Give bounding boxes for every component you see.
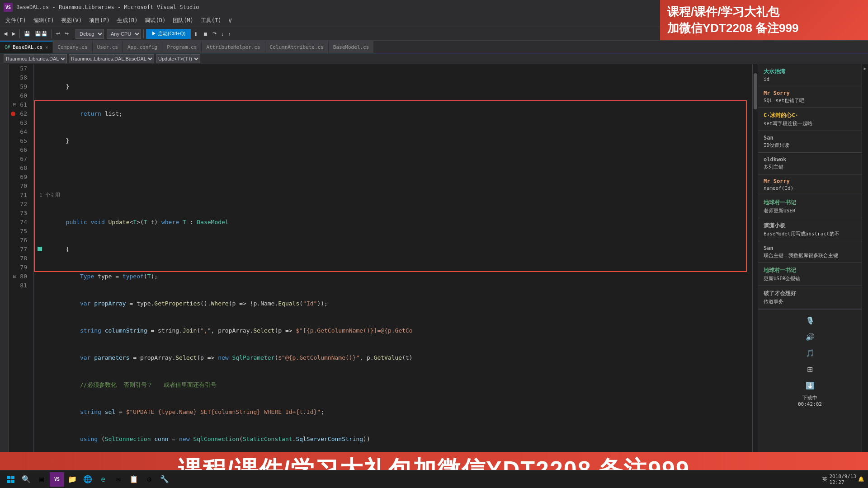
top-right-banner: 课程/课件/学习大礼包 加微信YDT2208 备注999 [660, 0, 868, 40]
comment-poli: 传道事务 [764, 298, 856, 305]
tab-company-label: Company.cs [57, 44, 87, 50]
linenum-69: 69 [9, 173, 30, 182]
step-out[interactable]: ↑ [226, 29, 233, 39]
debug-mode-select[interactable]: Debug [75, 29, 104, 39]
taskbar-lang[interactable]: 英 [822, 476, 827, 483]
volume-button[interactable]: 🔊 [803, 329, 817, 344]
taskbar-app7[interactable]: 🔧 [157, 472, 172, 487]
tab-basemodel[interactable]: BaseModel.cs [329, 41, 374, 53]
mic-button[interactable]: 🎙️ [803, 313, 817, 328]
sidebar-user-oldkwok: oldkwok 多列主键 [758, 153, 862, 174]
menu-edit[interactable]: 编辑(E) [30, 15, 58, 26]
tab-appconfig[interactable]: App.config [123, 41, 162, 53]
tab-program[interactable]: Program.cs [162, 41, 202, 53]
linenum-60: 60 [9, 91, 30, 100]
menu-project[interactable]: 项目(P) [85, 15, 113, 26]
start-button[interactable]: ▶ 启动(Ctrl+Q) [146, 29, 191, 39]
namespace-select[interactable]: Ruanmou.Libraries.DAL.BaseDAL [69, 54, 154, 63]
toolbar-forward[interactable]: ▶ [10, 29, 17, 39]
comment-mrsorry2: nameof(Id) [764, 185, 856, 191]
sidebar-user-cbing: C·冰封的心C· set写字段连接一起咯 [758, 108, 862, 131]
toolbar-undo[interactable]: ↩ [54, 29, 62, 39]
taskbar-app5[interactable]: 📋 [127, 472, 141, 487]
code-line-65: string columnString = string.Join(",", p… [38, 326, 752, 335]
scrollbar-thumb[interactable] [754, 73, 757, 109]
project-select[interactable]: Ruanmou.Libraries.DAL [4, 54, 67, 63]
download-button[interactable]: ⬇️ [803, 378, 817, 393]
taskbar-chrome[interactable]: 🌐 [80, 472, 95, 487]
tab-attributehelper[interactable]: AttributeHelper.cs [202, 41, 265, 53]
code-content-area[interactable]: } return list; } 1 个引用 public void Updat… [34, 64, 752, 470]
linenum-57: 57 [9, 64, 30, 73]
toolbar-sep4 [143, 29, 144, 38]
comment-dashuizhi: id [764, 76, 856, 82]
linenum-62: 62 [9, 109, 30, 118]
menu-v[interactable]: V [225, 16, 236, 26]
linenum-72: 72 [9, 200, 30, 209]
method-select[interactable]: Update<T>(T t) [156, 54, 200, 63]
start-menu-button[interactable] [4, 472, 18, 487]
taskview-button[interactable]: ▣ [34, 472, 49, 487]
toolbar-save-all[interactable]: 💾💾 [33, 29, 49, 39]
toolbar-back[interactable]: ◀ [2, 29, 9, 39]
sidebar-toggle[interactable]: ▶ [862, 64, 868, 470]
toolbar-sep2 [52, 29, 52, 38]
code-editor[interactable]: 57 58 59 60 ⊟ 61 62 63 64 65 66 67 68 69… [9, 64, 758, 470]
sidebar-controls: 🎙️ 🔊 🎵 ⊞ ⬇️ 下载中 00:42:02 [758, 309, 862, 411]
cortana-button[interactable]: 🔍 [19, 472, 33, 487]
menu-build[interactable]: 生成(B) [113, 15, 142, 26]
menu-tools[interactable]: 工具(T) [197, 15, 225, 26]
taskbar-mail[interactable]: ✉ [111, 472, 126, 487]
code-text[interactable]: } return list; } 1 个引用 public void Updat… [34, 64, 752, 470]
toolbar-redo[interactable]: ↪ [63, 29, 71, 39]
linenum-58: 58 [9, 73, 30, 82]
toolbar-sep3 [73, 29, 73, 38]
toolbar-sep1 [19, 29, 20, 38]
grid-button[interactable]: ⊞ [803, 362, 817, 376]
linenum-78: 78 [9, 254, 30, 263]
tab-basedal-close[interactable]: ✕ [45, 45, 48, 50]
pause-button[interactable]: ⏸ [192, 29, 200, 39]
taskbar-vs-icon[interactable]: VS [50, 472, 64, 487]
comment-diqiucun2: 更新USER会报错 [764, 275, 856, 282]
vertical-scrollbar[interactable] [752, 64, 758, 470]
linenum-71: 71 [9, 191, 30, 200]
svg-rect-0 [7, 476, 10, 479]
sidebar-user-mrsorry1: Mr Sorry SQL set也错了吧 [758, 86, 862, 108]
tab-company[interactable]: Company.cs [53, 41, 92, 53]
code-line-63: Type type = typeof(T); [38, 272, 752, 281]
sidebar-user-dashuizhi: 大水治湾 id [758, 64, 862, 86]
cpu-target-select[interactable]: Any CPU [107, 29, 141, 39]
tab-columnattribute[interactable]: ColumnAttribute.cs [265, 41, 329, 53]
taskbar: 🔍 ▣ VS 📁 🌐 e ✉ 📋 ⚙ 🔧 英 2018/9/1312:27 🔔 [0, 470, 868, 488]
linenum-77: 77 [9, 245, 30, 254]
username-dashuizhi: 大水治湾 [764, 68, 856, 75]
code-line-64: var propArray = type.GetProperties().Whe… [38, 299, 752, 308]
linenum-64: 64 [9, 127, 30, 136]
step-into[interactable]: ↓ [219, 29, 226, 39]
comment-xiaoxiao: BaseModel用写成abstract的不 [764, 230, 856, 237]
linenum-66: 66 [9, 145, 30, 155]
path-bar: Ruanmou.Libraries.DAL Ruanmou.Libraries.… [0, 53, 868, 64]
tab-basedal[interactable]: C# BaseDAL.cs ✕ [0, 41, 53, 53]
right-sidebar: 大水治湾 id Mr Sorry SQL set也错了吧 C·冰封的心C· se… [758, 64, 862, 470]
step-over[interactable]: ↷ [211, 29, 218, 39]
tab-user[interactable]: User.cs [93, 41, 123, 53]
toolbar-save[interactable]: 💾 [22, 29, 32, 39]
taskbar-explorer[interactable]: 📁 [65, 472, 80, 487]
taskbar-notification[interactable]: 🔔 [858, 476, 864, 482]
music-button[interactable]: 🎵 [803, 346, 817, 360]
menu-team[interactable]: 团队(M) [169, 15, 197, 26]
tab-basemodel-label: BaseModel.cs [333, 44, 369, 50]
menu-view[interactable]: 视图(V) [57, 15, 85, 26]
menu-debug[interactable]: 调试(D) [141, 15, 169, 26]
stop-button[interactable]: ⏹ [201, 29, 210, 39]
taskbar-ie[interactable]: e [96, 472, 110, 487]
taskbar-app6[interactable]: ⚙ [142, 472, 156, 487]
menu-file[interactable]: 文件(F) [2, 15, 30, 26]
linenum-68: 68 [9, 164, 30, 173]
username-san1: San [764, 135, 856, 141]
code-line-60 [38, 164, 752, 173]
linenum-80: ⊟ 80 [9, 272, 30, 281]
code-line-61-refs: 1 个引用 [39, 191, 752, 200]
